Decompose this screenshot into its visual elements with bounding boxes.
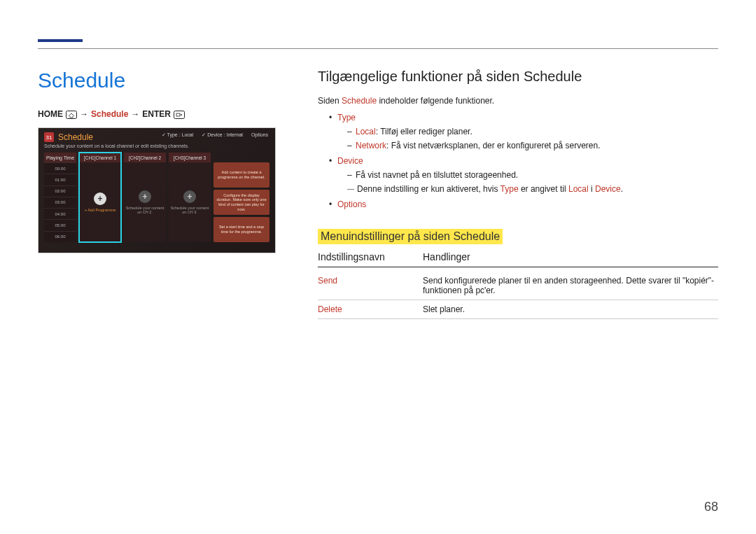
options-table: Indstillingsnavn Handlinger Send Send ko… bbox=[318, 251, 718, 319]
screenshot-device-badge: ✓ Device : Internal bbox=[202, 132, 243, 138]
svg-rect-2 bbox=[176, 113, 180, 116]
channel-body: + Schedule your content on CH 2. bbox=[124, 162, 166, 242]
subsection-heading: Menuindstillinger på siden Schedule bbox=[318, 229, 503, 244]
row-action: Send konfigurerede planer til en anden s… bbox=[423, 276, 718, 295]
list-item-options: Options bbox=[329, 198, 718, 211]
channel-label: Schedule your content on CH 3. bbox=[169, 206, 211, 214]
list-item-device: Device Få vist navnet på en tilsluttet s… bbox=[329, 155, 718, 195]
time-slot: 02:00 bbox=[44, 185, 76, 197]
time-slot: 01:00 bbox=[44, 174, 76, 185]
channel-header: [CH1]Channel 1 bbox=[79, 153, 121, 162]
breadcrumb-schedule: Schedule bbox=[91, 109, 128, 119]
screenshot-top-controls: ✓ Type : Local ✓ Device : Internal Optio… bbox=[162, 132, 268, 138]
device-label: Device bbox=[337, 156, 363, 166]
channel-body: + Schedule your content on CH 3. bbox=[169, 162, 211, 242]
breadcrumb-home: HOME bbox=[38, 109, 63, 119]
list-item-network: Network: Få vist netværksplanen, der er … bbox=[347, 139, 718, 152]
row-action: Slet planer. bbox=[423, 304, 718, 314]
screenshot-options-label: Options bbox=[251, 132, 268, 138]
feature-list: Type Local: Tilføj eller rediger planer.… bbox=[318, 111, 718, 211]
channel-label: + Add Programme bbox=[83, 208, 117, 212]
channel-column-1: [CH1]Channel 1 + + Add Programme bbox=[79, 153, 121, 242]
screenshot-title: Schedule bbox=[58, 132, 93, 142]
table-header-name: Indstillingsnavn bbox=[318, 251, 423, 262]
page-number: 68 bbox=[704, 500, 718, 514]
type-sublist: Local: Tilføj eller rediger planer. Netw… bbox=[337, 125, 718, 152]
home-icon bbox=[66, 109, 77, 119]
device-sublist: Få vist navnet på en tilsluttet storagee… bbox=[337, 169, 718, 181]
left-column: Schedule HOME → Schedule → ENTER ✓ Type … bbox=[38, 69, 276, 319]
list-item-local: Local: Tilføj eller rediger planer. bbox=[347, 125, 718, 138]
page-content: Schedule HOME → Schedule → ENTER ✓ Type … bbox=[38, 69, 718, 319]
instruction-card: Add content to create a programme on the… bbox=[214, 162, 270, 188]
table-header-action: Handlinger bbox=[423, 251, 718, 262]
header-rule bbox=[38, 48, 718, 49]
channel-column-3: [CH3]Channel 3 + Schedule your content o… bbox=[169, 153, 211, 242]
enter-icon bbox=[174, 109, 185, 119]
arrow-icon: → bbox=[131, 109, 139, 119]
time-slot: 05:00 bbox=[44, 219, 76, 230]
channel-header: [CH2]Channel 2 bbox=[124, 153, 166, 162]
list-item-type: Type Local: Tilføj eller rediger planer.… bbox=[329, 111, 718, 152]
channel-header: [CH3]Channel 3 bbox=[169, 153, 211, 162]
time-slot: 06:00 bbox=[44, 231, 76, 242]
section-heading: Tilgængelige funktioner på siden Schedul… bbox=[318, 69, 718, 85]
calendar-icon: 31 bbox=[44, 132, 54, 142]
screenshot-subtitle: Schedule your content on a local channel… bbox=[44, 143, 270, 148]
time-slot: 00:00 bbox=[44, 162, 76, 174]
table-header-row: Indstillingsnavn Handlinger bbox=[318, 251, 718, 267]
right-column: Tilgængelige funktioner på siden Schedul… bbox=[318, 69, 718, 319]
device-note: Denne indstilling er kun aktiveret, hvis… bbox=[337, 183, 718, 195]
table-row: Send Send konfigurerede planer til en an… bbox=[318, 272, 718, 300]
screenshot-grid: Playing Time 00:00 01:00 02:00 03:00 04:… bbox=[44, 153, 270, 242]
time-slot: 03:00 bbox=[44, 197, 76, 208]
breadcrumb: HOME → Schedule → ENTER bbox=[38, 109, 276, 119]
instruction-card: Set a start time and a stop time for the… bbox=[214, 217, 270, 242]
plus-icon: + bbox=[183, 190, 196, 203]
channel-column-2: [CH2]Channel 2 + Schedule your content o… bbox=[124, 153, 166, 242]
plus-icon: + bbox=[139, 190, 151, 203]
intro-text: Siden Schedule indeholder følgende funkt… bbox=[318, 94, 718, 107]
plus-icon: + bbox=[94, 192, 106, 205]
playing-time-header: Playing Time bbox=[44, 153, 76, 162]
breadcrumb-enter: ENTER bbox=[142, 109, 171, 119]
list-item-device-desc: Få vist navnet på en tilsluttet storagee… bbox=[347, 169, 718, 181]
options-label: Options bbox=[337, 199, 366, 209]
network-label: Network bbox=[356, 141, 386, 150]
arrow-icon: → bbox=[80, 109, 88, 119]
type-label: Type bbox=[337, 113, 356, 122]
channel-label: Schedule your content on CH 2. bbox=[124, 206, 166, 214]
svg-rect-1 bbox=[174, 111, 185, 118]
subsection-heading-wrap: Menuindstillinger på siden Schedule bbox=[318, 220, 718, 251]
highlight-schedule: Schedule bbox=[342, 96, 377, 106]
instruction-card: Configure the display duration. Make sur… bbox=[214, 190, 270, 215]
page-title: Schedule bbox=[38, 69, 276, 92]
header-accent-bar bbox=[38, 39, 83, 42]
schedule-app-screenshot: ✓ Type : Local ✓ Device : Internal Optio… bbox=[38, 127, 276, 253]
table-row: Delete Slet planer. bbox=[318, 300, 718, 319]
instruction-cards: Add content to create a programme on the… bbox=[214, 162, 270, 242]
channel-body: + + Add Programme bbox=[79, 162, 121, 242]
row-name: Delete bbox=[318, 304, 423, 314]
time-column: Playing Time 00:00 01:00 02:00 03:00 04:… bbox=[44, 153, 76, 242]
screenshot-type-badge: ✓ Type : Local bbox=[162, 132, 194, 138]
local-label: Local bbox=[356, 127, 376, 136]
row-name: Send bbox=[318, 276, 423, 295]
time-slot: 04:00 bbox=[44, 208, 76, 219]
